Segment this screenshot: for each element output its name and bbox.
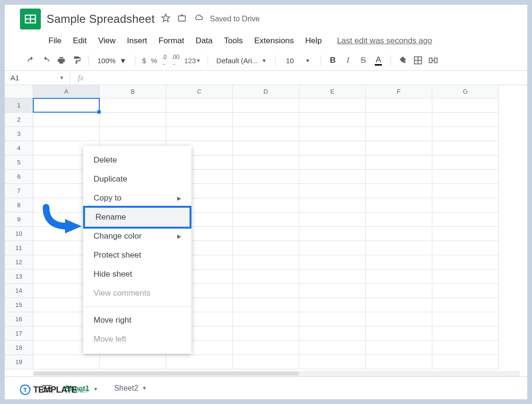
column-header[interactable]: B [100,85,166,98]
cell[interactable] [432,113,499,127]
menu-tools[interactable]: Tools [219,33,248,48]
cell[interactable] [299,269,366,284]
cell[interactable] [233,212,299,227]
cell[interactable] [233,198,299,212]
cell[interactable] [432,141,499,155]
cell[interactable] [366,241,432,255]
cell[interactable] [166,127,233,141]
cell[interactable] [33,355,100,369]
cell[interactable] [432,312,499,327]
sheet-tab-2[interactable]: Sheet2▼ [106,380,154,396]
row-header[interactable]: 14 [5,284,33,298]
cell[interactable] [299,255,366,269]
more-formats-dropdown[interactable]: 123 ▼ [182,53,203,67]
bold-button[interactable]: B [326,53,340,67]
cell[interactable] [432,155,499,170]
italic-button[interactable]: I [341,53,355,67]
cell[interactable] [233,255,299,269]
cell[interactable] [366,284,432,298]
row-header[interactable]: 13 [5,269,33,284]
select-all-corner[interactable] [5,85,33,98]
horizontal-scrollbar[interactable] [33,371,520,376]
ctx-rename[interactable]: Rename [83,206,191,229]
last-edit-link[interactable]: Last edit was seconds ago [332,33,437,48]
row-header[interactable]: 3 [5,127,33,141]
cell[interactable] [233,127,299,141]
cell[interactable] [299,227,366,241]
cell[interactable] [100,113,166,127]
cell[interactable] [366,170,432,184]
cell[interactable] [366,127,432,141]
menu-file[interactable]: File [44,33,66,48]
print-button[interactable] [54,53,68,67]
row-header[interactable]: 2 [5,113,33,127]
cell[interactable] [299,355,366,369]
name-box[interactable]: A1▼ [5,71,70,85]
cell[interactable] [366,141,432,155]
ctx-hide[interactable]: Hide sheet [83,265,191,284]
cell[interactable] [299,98,366,113]
menu-data[interactable]: Data [191,33,218,48]
row-header[interactable]: 10 [5,227,33,241]
font-dropdown[interactable]: Default (Ari...▼ [213,57,270,65]
undo-button[interactable] [24,53,38,67]
cell[interactable] [432,241,499,255]
cell[interactable] [432,269,499,284]
row-header[interactable]: 4 [5,141,33,155]
zoom-dropdown[interactable]: 100%▼ [94,57,130,65]
font-size-dropdown[interactable]: 10▼ [280,57,316,65]
menu-insert[interactable]: Insert [122,33,152,48]
decrease-decimal-button[interactable]: .0← [160,53,169,67]
cell[interactable] [366,269,432,284]
cell[interactable] [366,298,432,312]
cell[interactable] [366,255,432,269]
cell[interactable] [432,355,499,369]
menu-extensions[interactable]: Extensions [249,33,298,48]
cell[interactable] [432,212,499,227]
cell[interactable] [432,341,499,355]
menu-view[interactable]: View [94,33,121,48]
cell[interactable] [366,113,432,127]
row-header[interactable]: 6 [5,170,33,184]
cell[interactable] [100,355,166,369]
document-title[interactable]: Sample Spreadsheet [47,12,155,26]
cell[interactable] [299,341,366,355]
cell[interactable] [166,98,233,113]
text-color-button[interactable]: A [371,53,386,67]
row-header[interactable]: 9 [5,212,33,227]
cell[interactable] [366,212,432,227]
cell[interactable] [366,198,432,212]
cell[interactable] [432,98,499,113]
cell[interactable] [33,127,100,141]
redo-button[interactable] [39,53,53,67]
cell[interactable] [366,184,432,198]
borders-button[interactable] [411,53,425,67]
cell[interactable] [366,98,432,113]
star-icon[interactable] [161,13,171,25]
paint-format-button[interactable] [69,53,84,67]
cell[interactable] [299,113,366,127]
cell[interactable] [233,155,299,170]
cell[interactable] [432,227,499,241]
cell[interactable] [233,184,299,198]
cell[interactable] [299,212,366,227]
cell[interactable] [366,312,432,327]
ctx-change-color[interactable]: Change color▶ [83,227,191,246]
cell[interactable] [166,113,233,127]
cell[interactable] [299,284,366,298]
sheets-logo[interactable] [20,9,41,29]
column-header[interactable]: A [33,85,100,98]
row-header[interactable]: 8 [5,198,33,212]
menu-edit[interactable]: Edit [68,33,91,48]
cell[interactable] [233,312,299,327]
cell[interactable] [233,327,299,341]
merge-button[interactable] [426,53,440,67]
cell[interactable] [299,241,366,255]
cell[interactable] [432,284,499,298]
ctx-duplicate[interactable]: Duplicate [83,170,191,189]
column-header[interactable]: F [366,85,432,98]
row-header[interactable]: 17 [5,327,33,341]
cell[interactable] [432,170,499,184]
cell[interactable] [299,312,366,327]
cell[interactable] [366,327,432,341]
